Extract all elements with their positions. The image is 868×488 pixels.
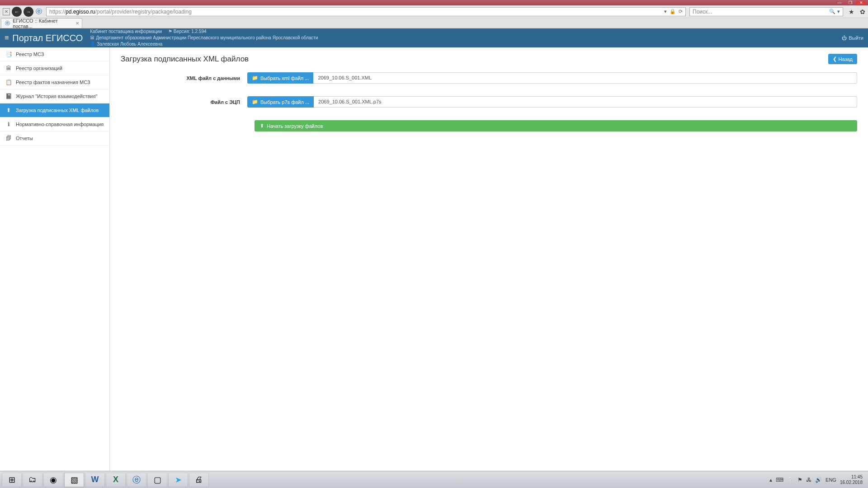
windows-taskbar: ⊞ 🗂 ◉ ▧ W X ⓔ ▢ ➤ 🖨 ▴ ⌨ ❔ ⚑ 🖧 🔊 ENG 11:4… [0,471,868,488]
search-placeholder: Поиск... [693,9,712,15]
sidebar: 📑Реестр МСЗ 🏛Реестр организаций 📋Реестр … [0,47,110,471]
choose-p7s-button[interactable]: 📁Выбрать p7s файл ... [247,96,314,108]
info-icon: ℹ [5,121,12,127]
tab-favicon-icon: ⓔ [4,20,10,27]
url-protocol: https:// [49,9,66,15]
form-row-xml: XML файл с данными 📁Выбрать xml файл ...… [121,72,857,84]
sidebar-item-reports[interactable]: 🗐Отчеты [0,131,109,145]
back-button[interactable]: ❮Назад [828,54,857,64]
taskbar-explorer[interactable]: 🗂 [23,473,42,487]
system-tray: ▴ ⌨ ❔ ⚑ 🖧 🔊 ENG 11:45 16.02.2018 [769,474,866,485]
upload-label: Начать загрузку файлов [267,123,323,129]
sidebar-item-label: Нормативно-справочная информация [16,122,104,127]
upload-icon: ⬆ [5,107,12,113]
p7s-file-value: 2069_10.06.S_001.XML.p7s [314,96,857,108]
tray-date: 16.02.2018 [840,480,863,485]
taskbar-chrome[interactable]: ◉ [43,473,63,487]
journal-icon: 📓 [5,93,12,99]
tab-title: ЕГИССО :: Кабинет постав... [13,18,71,29]
user-icon: 👤 [90,42,97,47]
ie-logo-icon: ⓔ [35,8,42,15]
refresh-icon[interactable]: ⟳ [679,9,683,14]
tray-chevron-icon[interactable]: ▴ [769,477,772,483]
taskbar-telegram[interactable]: ➤ [168,473,188,487]
address-bar[interactable]: https://pd.egisso.ru/portal/provider/reg… [46,7,686,16]
portal-title: Портал ЕГИССО [12,33,83,43]
folder-icon: 📁 [252,75,258,81]
org-label: Департамент образования Администрации Пе… [96,35,318,40]
xml-file-label: XML файл с данными [121,75,247,81]
upload-icon: ⬆ [260,123,264,129]
tray-clock[interactable]: 11:45 16.02.2018 [840,474,863,485]
sidebar-item-label: Реестр фактов назначения МСЗ [16,80,90,85]
settings-icon[interactable]: ✿ [860,8,865,15]
tray-flag-icon[interactable]: ⚑ [797,477,802,483]
sidebar-item-label: Реестр МСЗ [16,52,44,57]
sidebar-item-reference[interactable]: ℹНормативно-справочная информация [0,117,109,131]
browser-toolbar: ✕ ← → ⓔ https://pd.egisso.ru/portal/prov… [0,5,868,18]
org-icon: 🏛 [5,65,12,71]
chevron-left-icon: ❮ [833,56,837,62]
sidebar-item-label: Загрузка подписанных XML файлов [16,108,99,113]
building-icon: 🏛 [90,35,96,40]
menu-toggle-icon[interactable]: ≡ [5,34,9,42]
taskbar-excel[interactable]: X [106,473,126,487]
taskbar-app2[interactable]: ▢ [147,473,167,487]
window-close[interactable]: ✕ [856,0,866,5]
search-icon[interactable]: 🔍 [829,9,835,14]
tray-volume-icon[interactable]: 🔊 [815,477,822,483]
facts-icon: 📋 [5,79,12,85]
version-label: Версия: 1.2.594 [174,29,207,34]
logout-button[interactable]: ⏻ Выйти [842,35,863,41]
nav-forward-button[interactable]: → [24,7,33,17]
window-titlebar: — ❐ ✕ [0,0,868,5]
dropdown-icon[interactable]: ▾ [664,9,667,14]
form-row-p7s: Файл с ЭЦП 📁Выбрать p7s файл ... 2069_10… [121,96,857,108]
lock-icon: 🔒 [670,9,676,14]
search-input[interactable]: Поиск... 🔍 ▾ [689,7,843,16]
favorite-icon[interactable]: ★ [849,8,854,15]
window-minimize[interactable]: — [835,0,844,5]
sidebar-item-upload-xml[interactable]: ⬆Загрузка подписанных XML файлов [0,103,109,117]
taskbar-ie[interactable]: ⓔ [127,473,146,487]
xml-file-value: 2069_10.06.S_001.XML [313,72,857,84]
tray-help-icon[interactable]: ❔ [787,477,794,483]
taskbar-word[interactable]: W [85,473,105,487]
sidebar-item-label: Отчеты [16,136,33,141]
tray-lang[interactable]: ENG [826,477,836,483]
content-area: Загрузка подписанных XML файлов ❮Назад X… [110,47,868,471]
sidebar-item-label: Журнал "История взаимодействия" [16,94,97,99]
tray-network-icon[interactable]: 🖧 [806,477,811,483]
nav-back-button[interactable]: ← [12,7,22,17]
browser-stop-icon[interactable]: ✕ [3,8,10,15]
choose-xml-button[interactable]: 📁Выбрать xml файл ... [247,72,313,84]
back-label: Назад [838,56,853,62]
browser-tab[interactable]: ⓔ ЕГИССО :: Кабинет постав... ✕ [1,18,82,28]
sidebar-item-label: Реестр организаций [16,66,62,71]
browser-tabstrip: ⓔ ЕГИССО :: Кабинет постав... ✕ [0,18,868,28]
reports-icon: 🗐 [5,135,12,141]
url-host: pd.egisso.ru [66,9,95,15]
taskbar-app3[interactable]: 🖨 [189,473,209,487]
app-header: ≡ Портал ЕГИССО Кабинет поставщика инфор… [0,28,868,47]
sidebar-item-org-registry[interactable]: 🏛Реестр организаций [0,61,109,75]
registry-icon: 📑 [5,51,12,57]
choose-xml-label: Выбрать xml файл ... [260,75,309,81]
tray-keyboard-icon[interactable]: ⌨ [776,477,783,483]
sidebar-item-journal[interactable]: 📓Журнал "История взаимодействия" [0,89,109,103]
start-upload-button[interactable]: ⬆Начать загрузку файлов [255,120,857,131]
user-label: Залевская Любовь Алексеевна [97,42,162,47]
p7s-file-label: Файл с ЭЦП [121,99,247,105]
sidebar-item-msz-registry[interactable]: 📑Реестр МСЗ [0,47,109,61]
sidebar-item-facts-registry[interactable]: 📋Реестр фактов назначения МСЗ [0,75,109,89]
page-title: Загрузка подписанных XML файлов [121,55,249,64]
power-icon: ⏻ [842,35,847,41]
window-maximize[interactable]: ❐ [845,0,855,5]
folder-icon: 📁 [252,99,258,105]
taskbar-app1[interactable]: ▧ [64,473,84,487]
tab-close-icon[interactable]: ✕ [75,21,79,26]
choose-p7s-label: Выбрать p7s файл ... [260,99,309,105]
start-button[interactable]: ⊞ [2,473,22,487]
header-info: Кабинет поставщика информации ⚑ Версия: … [90,29,318,47]
search-dropdown-icon[interactable]: ▾ [837,9,840,14]
